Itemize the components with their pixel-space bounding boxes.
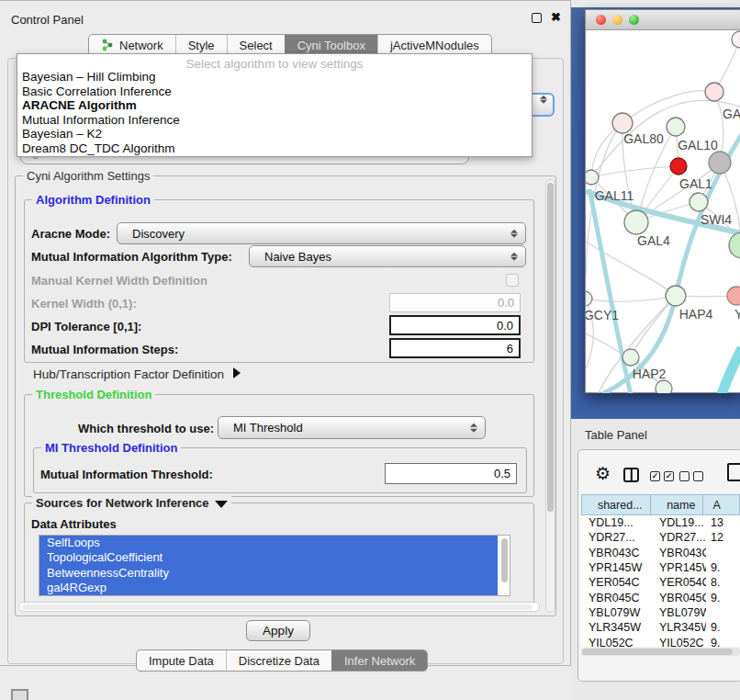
dropdown-item-bayesian-k2[interactable]: Bayesian – K2 [17,127,532,141]
node-gal1 [690,193,708,211]
node-gcy1 [586,291,592,306]
table-row[interactable]: YLR345WYLR345W9. [581,620,740,635]
table-settings-gear-icon[interactable]: ⚙ [595,464,611,484]
kernel-width-field[interactable]: 0.0 [389,293,521,312]
dropdown-item-basic-correlation[interactable]: Basic Correlation Inference [17,85,532,99]
screen: Control Panel ✖ Network Style Select [0,0,740,700]
tab-impute-data[interactable]: Impute Data [137,650,226,671]
tab-infer-network[interactable]: Infer Network [331,650,427,671]
table-row[interactable]: YDL19...YDL19...13 [581,515,740,530]
column-header-partial[interactable]: A [703,494,740,515]
close-traffic-light-icon[interactable] [596,15,606,25]
node-label: GAL10 [678,138,718,152]
settings-scrollbar-thumb[interactable] [547,183,554,512]
deselect-all-columns-icon[interactable] [679,471,703,481]
mi-type-label: Mutual Information Algorithm Type: [31,250,232,264]
mi-type-combo[interactable]: Naive Bayes [249,245,526,267]
algorithm-dropdown-list: Select algorithm to view settings Bayesi… [17,53,533,157]
column-header-shared-name[interactable]: shared... [581,494,651,515]
node [729,232,740,258]
control-panel-window: Control Panel ✖ Network Style Select [0,0,571,666]
list-item[interactable]: BetweennessCentrality [39,566,498,581]
node-hap4 [666,286,686,306]
data-attributes-list[interactable]: SelfLoops TopologicalCoefficient Between… [39,535,510,596]
tab-discretize-data-label: Discretize Data [239,654,320,668]
kernel-width-label: Kernel Width (0,1): [31,297,137,310]
close-icon[interactable]: ✖ [551,10,561,24]
table-panel-title: Table Panel [585,428,647,442]
dropdown-item-aracne[interactable]: ARACNE Algorithm [17,98,532,113]
network-canvas[interactable]: GAL GAL80 GAL10 GAL1 GAL11 SWI4 GAL4 GCY… [586,30,740,393]
node-label: Y [734,307,740,322]
tab-select[interactable]: Select [227,35,285,55]
collapse-down-icon [215,501,228,508]
manual-kernel-checkbox[interactable] [506,274,519,287]
aracne-mode-combo[interactable]: Discovery [117,222,526,244]
node-label: SWI4 [701,212,732,227]
network-window-titlebar[interactable] [586,10,740,30]
list-item[interactable]: TopologicalCoefficient [39,550,498,565]
table-scrollbar-thumb[interactable] [582,649,733,655]
settings-vertical-scrollbar[interactable] [545,179,555,613]
node [705,83,723,101]
minimize-traffic-light-icon[interactable] [612,15,622,25]
node-gal11 [586,170,599,185]
data-attributes-label: Data Attributes [31,517,117,531]
table-row[interactable]: YDR27...YDR27...12 [581,530,740,545]
tab-discretize-data[interactable]: Discretize Data [226,650,331,671]
horizontal-scrollbar-thumb[interactable] [22,604,533,611]
node-red [670,158,687,175]
zoom-traffic-light-icon[interactable] [629,15,639,25]
mi-threshold-field[interactable]: 0.5 [385,463,517,484]
table-horizontal-scrollbar[interactable] [581,648,740,656]
show-columns-icon[interactable] [623,468,639,482]
network-view-window: GAL GAL80 GAL10 GAL1 GAL11 SWI4 GAL4 GCY… [585,9,740,393]
table-rows[interactable]: YDL19...YDL19...13 YDR27...YDR27...12 YB… [581,515,740,647]
node [656,380,672,393]
minimized-panel-icon[interactable] [11,689,28,700]
column-header-name[interactable]: name [651,494,704,515]
hub-definition-toggle[interactable]: Hub/Transcription Factor Definition [33,367,241,381]
dpi-tolerance-field[interactable]: 0.0 [389,315,521,335]
table-row[interactable]: YBR045CYBR045C9. [581,590,740,604]
which-threshold-combo[interactable]: MI Threshold [218,416,486,439]
sources-legend[interactable]: Sources for Network Inference [32,496,231,510]
table-row[interactable]: YPR145WYPR145W9. [581,560,740,575]
table-header-row: shared... name A [581,494,740,515]
network-icon [101,39,114,51]
apply-button[interactable]: Apply [246,620,310,641]
table-row[interactable]: YBR043CYBR043C [581,546,740,560]
tab-network[interactable]: Network [89,35,175,55]
node-label: GAL [723,107,740,121]
node [732,31,740,48]
select-all-columns-icon[interactable]: ✓ ✓ [650,471,674,481]
unchecked-checkbox-icon [679,471,690,481]
node-hap2 [622,349,639,366]
node-label: GAL1 [679,176,712,191]
table-row[interactable]: YIL052CYIL052C9. [581,635,740,647]
tab-style[interactable]: Style [175,35,227,55]
table-row[interactable]: YER054CYER054C8. [581,575,740,590]
combo-spinner-icon [510,251,518,263]
list-scrollbar-thumb[interactable] [501,538,508,582]
list-item[interactable]: SelfLoops [39,536,498,550]
float-window-icon[interactable] [532,13,542,23]
dropdown-item-mutual-information[interactable]: Mutual Information Inference [17,113,532,128]
node-label: HAP4 [679,307,713,322]
table-row[interactable]: YBL079WYBL079W [581,605,740,620]
cyni-algorithm-settings-legend: Cyni Algorithm Settings [23,169,153,183]
mi-steps-field[interactable]: 6 [389,338,521,358]
tab-jactivemnodules[interactable]: jActiveMNodules [377,35,491,55]
dropdown-item-dream8[interactable]: Dream8 DC_TDC Algorithm [17,141,532,156]
manual-kernel-label: Manual Kernel Width Definition [31,274,207,288]
tab-select-label: Select [240,39,273,52]
node-gray [709,152,731,174]
cyni-mode-tabs: Impute Data Discretize Data Infer Networ… [136,649,428,672]
dropdown-item-bayesian-hill-climbing[interactable]: Bayesian – Hill Climbing [17,70,532,85]
tab-network-label: Network [119,39,163,52]
tab-cyni-toolbox[interactable]: Cyni Toolbox [285,35,377,55]
settings-horizontal-scrollbar[interactable] [18,602,540,612]
file-icon[interactable] [727,463,740,481]
combo-spinner-icon [510,228,518,240]
list-item[interactable]: gal4RGexp [39,581,498,595]
